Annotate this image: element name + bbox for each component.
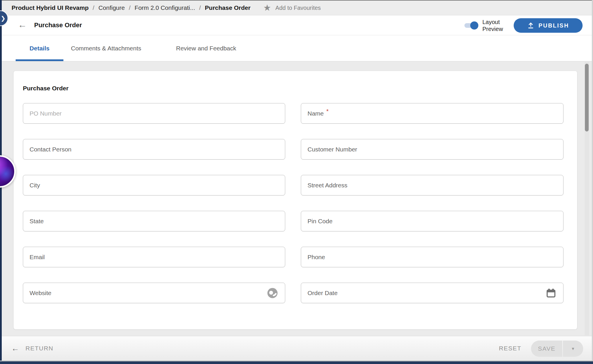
breadcrumb-separator: /: [129, 4, 131, 11]
field-label: Customer Number: [308, 146, 357, 153]
back-arrow-icon: ←: [11, 345, 19, 352]
field-label: State: [30, 218, 44, 225]
breadcrumb: Product Hybrid UI Revamp / Configure / F…: [12, 4, 250, 11]
scrollbar-thumb[interactable]: [585, 64, 589, 131]
tab-bar: Details Comments & Attachments Review an…: [2, 35, 592, 61]
upload-icon: [527, 22, 534, 29]
page-title: Purchase Order: [34, 21, 82, 29]
tab-comments-attachments[interactable]: Comments & Attachments: [71, 35, 141, 61]
layout-preview-label: Layout Preview: [482, 19, 503, 32]
breadcrumb-item-configure[interactable]: Configure: [98, 4, 125, 11]
field-label: Contact Person: [30, 146, 72, 153]
po-number-field[interactable]: PO Number: [23, 103, 285, 124]
content-area: Purchase Order PO Number Name * Contact …: [2, 61, 592, 336]
field-label: Order Date: [308, 290, 338, 297]
breadcrumb-item-form-config[interactable]: Form 2.0 Configurati...: [135, 4, 195, 11]
tab-details[interactable]: Details: [16, 35, 63, 61]
field-label: PO Number: [30, 110, 62, 117]
back-arrow-icon[interactable]: ←: [18, 20, 27, 29]
website-field[interactable]: Website: [23, 283, 285, 303]
publish-button[interactable]: PUBLISH: [514, 18, 583, 33]
breadcrumb-bar: Product Hybrid UI Revamp / Configure / F…: [2, 1, 592, 15]
publish-button-label: PUBLISH: [539, 22, 569, 29]
chevron-down-icon: ▼: [571, 346, 575, 351]
name-field[interactable]: Name *: [301, 103, 563, 124]
window-top-border: [0, 0, 593, 1]
form-preview-card: Purchase Order PO Number Name * Contact …: [13, 71, 577, 330]
add-to-favourites-label[interactable]: Add to Favourites: [275, 5, 321, 11]
breadcrumb-item-project[interactable]: Product Hybrid UI Revamp: [12, 4, 89, 11]
field-label: Phone: [308, 254, 325, 261]
reset-button[interactable]: RESET: [499, 336, 521, 361]
form-fields-grid: PO Number Name * Contact Person Customer…: [23, 103, 563, 303]
page-header: ← Purchase Order Layout Preview PUBLISH: [2, 15, 592, 35]
field-label: City: [30, 182, 40, 189]
pin-code-field[interactable]: Pin Code: [301, 211, 563, 231]
breadcrumb-separator: /: [93, 4, 94, 11]
field-label: Pin Code: [308, 218, 332, 225]
breadcrumb-item-current: Purchase Order: [205, 4, 251, 11]
app-window: Product Hybrid UI Revamp / Configure / F…: [0, 0, 593, 364]
phone-field[interactable]: Phone: [301, 247, 563, 267]
return-button-label: RETURN: [25, 345, 54, 352]
street-address-field[interactable]: Street Address: [301, 175, 563, 195]
breadcrumb-separator: /: [199, 4, 201, 11]
contact-person-field[interactable]: Contact Person: [23, 139, 285, 160]
state-field[interactable]: State: [23, 211, 285, 231]
calendar-icon: [545, 287, 557, 299]
layout-preview-label-line1: Layout: [482, 19, 500, 25]
form-title: Purchase Order: [23, 85, 69, 92]
window-right-border: [592, 0, 593, 364]
save-button[interactable]: SAVE: [531, 341, 562, 357]
field-label: Name: [308, 110, 324, 117]
field-label: Website: [30, 290, 51, 297]
required-asterisk: *: [326, 108, 329, 115]
return-button[interactable]: ← RETURN: [11, 336, 54, 361]
field-label: Email: [30, 254, 45, 261]
layout-preview-label-line2: Preview: [482, 26, 503, 32]
active-tab-indicator: [16, 59, 63, 61]
order-date-field[interactable]: Order Date: [301, 283, 563, 303]
tab-review-feedback[interactable]: Review and Feedback: [176, 35, 236, 61]
email-field[interactable]: Email: [23, 247, 285, 267]
window-bottom-border: [0, 361, 593, 364]
globe-icon: [266, 287, 279, 299]
city-field[interactable]: City: [23, 175, 285, 195]
star-icon[interactable]: ★: [263, 3, 271, 12]
chevron-right-icon: ❯: [1, 15, 6, 22]
field-label: Street Address: [308, 182, 347, 189]
customer-number-field[interactable]: Customer Number: [301, 139, 563, 160]
save-dropdown-button[interactable]: ▼: [563, 341, 583, 357]
layout-preview-toggle-knob[interactable]: [470, 21, 478, 30]
footer-bar: ← RETURN RESET SAVE ▼: [2, 336, 592, 361]
